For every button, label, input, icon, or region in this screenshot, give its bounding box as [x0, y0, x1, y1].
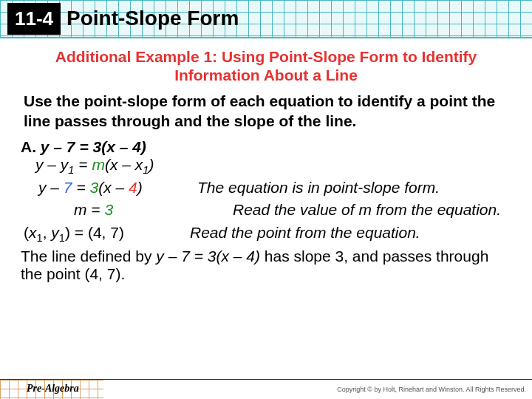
tmpl-m: m — [92, 156, 105, 173]
content-area: Additional Example 1: Using Point-Slope … — [0, 38, 532, 283]
step-3-equation: (x1, y1) = (4, 7) — [24, 222, 190, 246]
conclusion: The line defined by y – 7 = 3(x – 4) has… — [21, 248, 511, 283]
copyright-text: Copyright © by Holt, Rinehart and Winsto… — [337, 386, 526, 393]
s1-prefix: y – — [38, 179, 64, 196]
course-label: Pre-Algebra — [27, 383, 79, 395]
s3-sep: , — [43, 224, 52, 241]
header-bar: 11-4 Point-Slope Form — [0, 0, 532, 38]
step-2: m = 3 Read the value of m from the equat… — [24, 200, 511, 220]
tmpl-y-sub: 1 — [68, 164, 74, 176]
s2-m: 3 — [104, 201, 113, 218]
s3-open: ( — [24, 224, 29, 241]
s3-ysub: 1 — [59, 232, 65, 244]
work-steps: y – 7 = 3(x – 4) The equation is in poin… — [24, 177, 511, 246]
step-2-equation: m = 3 — [24, 200, 233, 220]
tmpl-y: y – y — [35, 156, 68, 173]
s1-after-m: (x – — [98, 179, 129, 196]
s3-close: ) = (4, 7) — [65, 224, 124, 241]
s3-yvar: y — [51, 224, 59, 241]
s3-xsub: 1 — [37, 232, 43, 244]
tmpl-eq: = — [75, 156, 92, 173]
lesson-title: Point-Slope Form — [66, 7, 239, 30]
tmpl-close: ) — [149, 156, 154, 173]
lesson-number-badge: 11-4 — [7, 3, 61, 35]
step-3-explanation: Read the point from the equation. — [190, 222, 511, 243]
step-1: y – 7 = 3(x – 4) The equation is in poin… — [24, 177, 511, 198]
problem-a: A. y – 7 = 3(x – 4) — [21, 138, 511, 156]
problem-label: A. — [21, 138, 36, 155]
tmpl-after-m: (x – x — [105, 156, 143, 173]
slide: 11-4 Point-Slope Form Additional Example… — [0, 0, 532, 399]
conclusion-eq: y – 7 = 3(x – 4) — [156, 248, 260, 265]
step-2-explanation: Read the value of m from the equation. — [233, 200, 511, 220]
step-1-equation: y – 7 = 3(x – 4) — [24, 177, 197, 198]
s1-mid: = — [72, 179, 90, 196]
step-1-explanation: The equation is in point-slope form. — [197, 177, 511, 198]
s1-y1: 7 — [64, 179, 72, 196]
point-slope-template: y – y1 = m(x – x1) — [35, 156, 511, 176]
example-heading: Additional Example 1: Using Point-Slope … — [21, 47, 511, 84]
s2-prefix: m = — [74, 201, 104, 218]
s1-close: ) — [137, 179, 143, 196]
s3-xvar: x — [29, 224, 37, 241]
prompt-text: Use the point-slope form of each equatio… — [24, 92, 508, 131]
conclusion-p1: The line defined by — [21, 248, 156, 265]
s1-m: 3 — [89, 179, 98, 196]
s1-x1: 4 — [129, 179, 137, 196]
step-3: (x1, y1) = (4, 7) Read the point from th… — [24, 222, 511, 246]
footer-bar: Pre-Algebra Copyright © by Holt, Rinehar… — [0, 379, 532, 399]
problem-equation: y – 7 = 3(x – 4) — [41, 138, 146, 155]
